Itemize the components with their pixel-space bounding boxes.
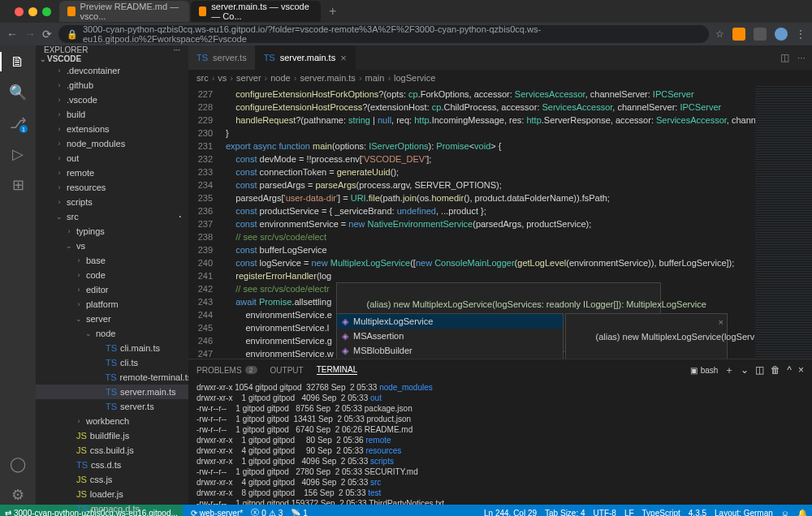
gitpod-favicon (199, 6, 206, 16)
notifications-icon[interactable]: 🔔 (797, 509, 807, 517)
intellisense-popup[interactable]: ◈MultiplexLogService◈MSAssertion◈MSBlobB… (336, 313, 564, 359)
editor-tab-server-ts[interactable]: TS server.ts (188, 45, 256, 70)
panel-tab-output[interactable]: OUTPUT (270, 366, 304, 375)
folder-typings[interactable]: ›typings (36, 224, 188, 239)
editor-content[interactable]: configureExtensionHostForkOptions?(opts:… (221, 86, 755, 359)
folder--github[interactable]: ›.github (36, 78, 188, 92)
folder-server[interactable]: ⌄server (36, 312, 188, 326)
eol[interactable]: LF (624, 509, 634, 517)
maximize-panel-icon[interactable]: ^ (787, 364, 792, 376)
suggestion-MSBlobBuilder[interactable]: ◈MSBlobBuilder (337, 343, 563, 358)
settings-gear-icon[interactable]: ⚙ (8, 485, 28, 505)
source-control-icon[interactable]: ⎇1 (8, 114, 28, 133)
encoding[interactable]: UTF-8 (594, 509, 616, 517)
terminal-shell-label[interactable]: ▣ bash (690, 366, 719, 375)
crumb-server.main.ts[interactable]: server.main.ts (300, 73, 355, 83)
forward-button[interactable]: → (24, 28, 36, 41)
file-buildfile-js[interactable]: JS buildfile.js (36, 428, 188, 443)
file-monaco-d-ts[interactable]: TS monaco.d.ts (36, 501, 188, 516)
address-bar[interactable]: 🔒 3000-cyan-python-qzbis0cq.ws-eu16.gitp… (58, 25, 709, 43)
folder-out[interactable]: ›out (36, 151, 188, 166)
explorer-icon[interactable]: 🗎 (8, 52, 28, 71)
task-running[interactable]: ⟳ web-server* (191, 509, 243, 517)
file-loader-js[interactable]: JS loader.js (36, 487, 188, 501)
browser-tab-1[interactable]: Preview README.md — vsco... (59, 1, 189, 22)
close-icon[interactable]: × (340, 52, 347, 64)
ports-indicator[interactable]: 📡 1 (291, 509, 308, 517)
extension-icon[interactable] (754, 28, 767, 41)
run-debug-icon[interactable]: ▷ (8, 144, 28, 164)
suggestion-MultiplexLogService[interactable]: ◈MultiplexLogService (337, 314, 563, 329)
sidebar-more-icon[interactable]: ··· (174, 45, 180, 54)
indentation[interactable]: Tab Size: 4 (545, 509, 585, 517)
feedback-icon[interactable]: ☺ (781, 509, 789, 517)
suggestion-MSAssertion[interactable]: ◈MSAssertion (337, 329, 563, 343)
folder--vscode[interactable]: ›.vscode (36, 92, 188, 107)
panel-tab-terminal[interactable]: TERMINAL (317, 365, 358, 375)
browser-tab-2[interactable]: server.main.ts — vscode — Co... (191, 1, 321, 22)
account-icon[interactable]: ◯ (8, 454, 28, 474)
editor-tab-server-main-ts[interactable]: TS server.main.ts × (256, 45, 356, 70)
split-terminal-icon[interactable]: ◫ (755, 364, 764, 376)
folder-code[interactable]: ›code (36, 268, 188, 282)
extensions-icon[interactable]: ⊞ (8, 175, 28, 195)
gitpod-ext-icon[interactable] (732, 28, 745, 41)
keyboard-layout[interactable]: Layout: German (715, 509, 773, 517)
profile-avatar[interactable] (775, 28, 788, 41)
file-cli-ts[interactable]: TS cli.ts (36, 355, 188, 370)
crumb-logService[interactable]: logService (394, 73, 435, 83)
split-editor-icon[interactable]: ◫ (780, 52, 789, 63)
window-controls[interactable] (6, 7, 59, 16)
workspace-root[interactable]: ⌄VSCODE (36, 54, 188, 63)
file-server-main-ts[interactable]: TS server.main.ts (36, 385, 188, 399)
folder-workbench[interactable]: ›workbench (36, 414, 188, 428)
browser-tab-title: Preview README.md — vsco... (80, 2, 181, 21)
file-remote-terminal-ts[interactable]: TS remote-terminal.ts (36, 370, 188, 385)
panel-tab-problems[interactable]: PROBLEMS2 (197, 366, 257, 375)
crumb-vs[interactable]: vs (218, 73, 227, 83)
terminal-dropdown-icon[interactable]: ⌄ (741, 364, 749, 376)
star-icon[interactable]: ☆ (715, 28, 724, 40)
crumb-src[interactable]: src (197, 73, 209, 83)
folder-build[interactable]: ›build (36, 107, 188, 122)
new-tab-button[interactable]: + (322, 4, 343, 19)
file-css-build-js[interactable]: JS css.build.js (36, 443, 188, 458)
cursor-position[interactable]: Ln 244, Col 29 (484, 509, 537, 517)
file-css-js[interactable]: JS css.js (36, 472, 188, 487)
folder--devcontainer[interactable]: ›.devcontainer (36, 63, 188, 78)
crumb-main[interactable]: main (365, 73, 385, 83)
crumb-server[interactable]: server (236, 73, 261, 83)
search-icon[interactable]: 🔍 (8, 83, 28, 102)
new-terminal-icon[interactable]: ＋ (724, 363, 734, 377)
crumb-node[interactable]: node (270, 73, 290, 83)
more-actions-icon[interactable]: ··· (797, 52, 806, 63)
folder-scripts[interactable]: ›scripts (36, 195, 188, 209)
ts-version[interactable]: 4.3.5 (689, 509, 706, 517)
folder-editor[interactable]: ›editor (36, 282, 188, 297)
file-cli-main-ts[interactable]: TS cli.main.ts (36, 341, 188, 355)
file-server-ts[interactable]: TS server.ts (36, 399, 188, 414)
language-mode[interactable]: TypeScript (642, 509, 680, 517)
menu-icon[interactable]: ⋮ (796, 28, 806, 40)
terminal-output[interactable]: drwxr-xr-x 1054 gitpod gitpod 32768 Sep … (188, 381, 812, 505)
file-css-d-ts[interactable]: TS css.d.ts (36, 458, 188, 472)
folder-platform[interactable]: ›platform (36, 297, 188, 312)
status-problems[interactable]: ⓧ 0 ⚠ 3 (251, 507, 283, 516)
folder-vs[interactable]: ⌄vs (36, 239, 188, 253)
kill-terminal-icon[interactable]: 🗑 (771, 364, 780, 376)
reload-button[interactable]: ⟳ (42, 28, 52, 41)
close-panel-icon[interactable]: × (798, 364, 804, 376)
folder-remote[interactable]: ›remote (36, 166, 188, 180)
breadcrumbs[interactable]: src › vs › server › node › server.main.t… (188, 70, 812, 86)
close-icon[interactable]: × (719, 316, 723, 329)
folder-extensions[interactable]: ›extensions (36, 122, 188, 136)
folder-base[interactable]: ›base (36, 253, 188, 268)
folder-node_modules[interactable]: ›node_modules (36, 136, 188, 151)
suggestion-MSFIDOCredentialAssertion[interactable]: ◈MSFIDOCredentialAssertion (337, 358, 563, 359)
minimap[interactable] (755, 86, 812, 359)
folder-src[interactable]: ⌄src (36, 209, 188, 224)
folder-resources[interactable]: ›resources (36, 180, 188, 195)
back-button[interactable]: ← (6, 28, 18, 41)
sidebar-title: EXPLORER (44, 45, 88, 54)
folder-node[interactable]: ⌄node (36, 326, 188, 341)
